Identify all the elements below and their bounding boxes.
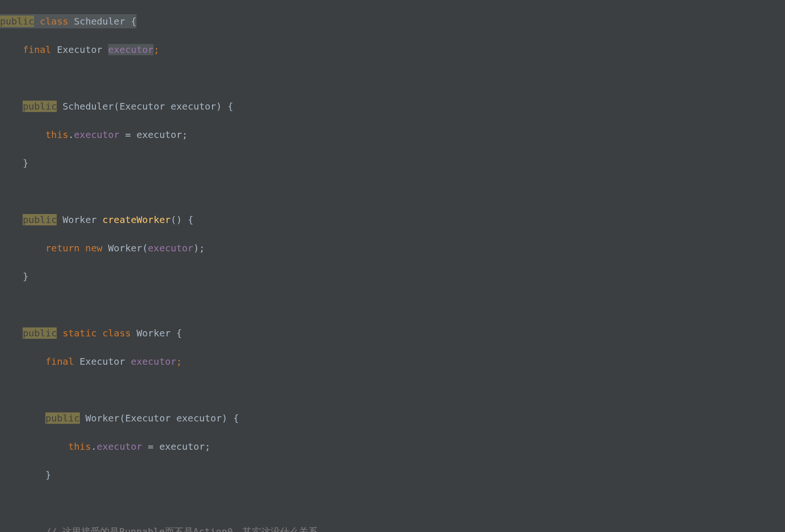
type: Executor [80, 356, 131, 367]
brace: { [125, 16, 137, 27]
code-line: } [0, 468, 785, 482]
keyword-class: class [34, 16, 74, 27]
keyword-static-class: static class [62, 327, 137, 339]
keyword-public: public [23, 101, 57, 112]
comment: // 这里接受的是Runnable而不是Action0，其实这没什么关系 [45, 526, 318, 532]
brace: } [23, 271, 28, 282]
params: () { [171, 214, 193, 225]
type: Executor [57, 44, 108, 55]
keyword-return-new: return new [45, 242, 108, 254]
constructor-name: Worker [85, 412, 119, 424]
code-line: } [0, 269, 785, 283]
params: (Executor executor) { [119, 412, 239, 424]
blank-line [0, 383, 785, 397]
code-line: public Scheduler(Executor executor) { [0, 99, 785, 113]
code-line: this.executor = executor; [0, 439, 785, 454]
blank-line [0, 71, 785, 85]
constructor-name: Scheduler [62, 101, 113, 112]
end: ); [193, 242, 205, 254]
field-executor: executor [108, 44, 154, 55]
keyword-public: public [23, 327, 57, 339]
code-line: return new Worker(executor); [0, 241, 785, 255]
keyword-public: public [23, 214, 57, 225]
code-line: final Executor executor; [0, 43, 785, 57]
blank-line [0, 184, 785, 198]
code-line: public static class Worker { [0, 326, 785, 340]
code-line: this.executor = executor; [0, 128, 785, 142]
code-line: public Worker createWorker() { [0, 213, 785, 227]
keyword-public: public [0, 16, 34, 27]
brace: } [23, 157, 28, 169]
code-line: // 这里接受的是Runnable而不是Action0，其实这没什么关系 [0, 524, 785, 532]
keyword-this: this [45, 129, 68, 140]
params: (Executor executor) { [114, 101, 233, 112]
code-line: } [0, 156, 785, 170]
constructor-call: Worker( [108, 242, 148, 254]
keyword-final: final [45, 356, 79, 367]
keyword-public: public [45, 412, 79, 424]
field-ref: executor [97, 441, 142, 452]
code-editor[interactable]: public class Scheduler { final Executor … [0, 0, 785, 532]
keyword-final: final [23, 44, 57, 55]
code-line: public class Scheduler { [0, 14, 785, 28]
blank-line [0, 496, 785, 510]
class-name: Worker { [137, 327, 182, 339]
return-type: Worker [62, 214, 102, 225]
semicolon: ; [176, 356, 182, 367]
code-line: final Executor executor; [0, 354, 785, 369]
field-ref: executor [74, 129, 119, 140]
field-executor: executor [131, 356, 176, 367]
semicolon: ; [154, 44, 159, 55]
method-name: createWorker [102, 214, 171, 225]
class-name: Scheduler [74, 16, 125, 27]
assignment: = executor; [142, 441, 211, 452]
code-line: public Worker(Executor executor) { [0, 411, 785, 425]
blank-line [0, 298, 785, 312]
assignment: = executor; [119, 129, 188, 140]
brace: } [45, 469, 51, 481]
keyword-this: this [68, 441, 91, 452]
field-ref: executor [148, 242, 193, 254]
